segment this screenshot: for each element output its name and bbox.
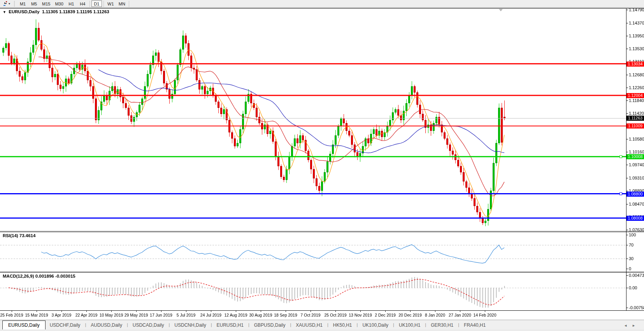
chart-tool-button[interactable]: ▾ <box>0 0 12 7</box>
tab-scroll-arrows[interactable]: ◄► <box>624 324 640 327</box>
tab-usdcad-daily[interactable]: USDCAD,Daily <box>128 321 168 329</box>
ohlc-high: 1.11839 <box>59 9 75 14</box>
ohlc-open: 1.11305 <box>42 9 58 14</box>
macd-title: MACD(12,26,9) 0.001896 -0.003015 <box>3 274 75 278</box>
chart-canvas[interactable] <box>0 8 644 319</box>
timeframe-button-d1[interactable]: D1 <box>91 0 102 7</box>
hline-price-tag: 1.11009 <box>626 123 644 129</box>
chart-title: ▼ EURUSD,Daily 1.11305 1.11839 1.11195 1… <box>3 9 109 14</box>
tab-uk100-daily[interactable]: UK100,Daily <box>358 321 393 329</box>
tab-scroll-right-icon: ► <box>632 324 640 327</box>
timeframe-button-mn[interactable]: MN <box>117 0 127 7</box>
current-price-tag: 1.11263 <box>626 116 644 121</box>
timeframe-button-m30[interactable]: M30 <box>53 0 65 7</box>
hline-price-tag: 1.12004 <box>626 93 644 98</box>
price-axis-tick: 1.10580 <box>629 137 644 141</box>
tab-fra40-h1[interactable]: FRA40,H1 <box>460 321 490 329</box>
rsi-axis-tick: 30 <box>629 256 644 261</box>
collapse-arrow-icon[interactable]: ▼ <box>3 10 6 14</box>
rsi-axis-tick: 100 <box>629 232 644 237</box>
timeframe-buttons: M1M5M15M30H1H4D1W1MN <box>17 0 130 7</box>
timeframe-button-h1[interactable]: H1 <box>66 0 77 7</box>
chart-arrows-icon <box>2 1 8 7</box>
tab-scroll-left-icon: ◄ <box>624 324 632 327</box>
price-axis-tick: 1.08470 <box>629 202 644 206</box>
price-axis-tick: 1.14370 <box>629 21 644 25</box>
chart-symbol-label: EURUSD,Daily <box>9 9 39 14</box>
price-axis-tick: 1.11420 <box>629 111 644 116</box>
macd-axis-tick: 0.004738 <box>629 273 644 278</box>
status-strip <box>0 329 644 331</box>
hline-price-tag: 1.13034 <box>626 62 644 67</box>
ohlc-low: 1.11195 <box>76 9 92 14</box>
macd-axis-tick: 0.00 <box>629 285 644 290</box>
tab-gbpusd-daily[interactable]: GBPUSD,Daily <box>250 321 290 329</box>
tab-uk100-h1[interactable]: UK100,H1 <box>395 321 425 329</box>
chart-window: ▼ EURUSD,Daily 1.11305 1.11839 1.11195 1… <box>0 8 644 319</box>
price-axis-tick: 1.10160 <box>629 150 644 154</box>
tab-usdcnh-daily[interactable]: USDCNH,Daily <box>170 321 210 329</box>
price-axis-tick: 1.09310 <box>629 176 644 180</box>
ohlc-close: 1.11263 <box>93 9 109 14</box>
rsi-axis-tick: 0 <box>629 266 644 271</box>
rsi-title: RSI(14) 73.4614 <box>3 233 35 238</box>
hline-price-tag: 1.10008 <box>626 154 644 159</box>
tab-eurusd-daily[interactable]: EURUSD,Daily <box>2 320 46 329</box>
price-axis-tick: 1.13530 <box>629 46 644 51</box>
chart-tab-bar: EURUSD,DailyUSDCHF,Daily|AUDUSD,Daily|US… <box>0 320 644 329</box>
price-axis-tick: 1.11840 <box>629 98 644 103</box>
timeframe-button-m1[interactable]: M1 <box>18 0 28 7</box>
date-axis-label: 14 Feb 2020 <box>470 313 500 317</box>
toolbar-grip[interactable] <box>14 1 16 7</box>
timeframe-button-h4[interactable]: H4 <box>77 0 88 7</box>
timeframe-button-w1[interactable]: W1 <box>105 0 116 7</box>
price-axis-tick: 1.12260 <box>629 85 644 90</box>
tab-xauusd-h1[interactable]: XAUUSD,H1 <box>291 321 327 329</box>
macd-axis-tick: -0.007584 <box>629 305 644 310</box>
hline-price-tag: 1.08800 <box>626 192 644 197</box>
price-axis-tick: 1.13950 <box>629 33 644 38</box>
price-axis-tick: 1.09740 <box>629 162 644 167</box>
chevron-down-icon[interactable]: ▾ <box>9 2 10 5</box>
tab-ger30-h1[interactable]: GER30,H1 <box>426 321 458 329</box>
tab-hk50-h1[interactable]: HK50,H1 <box>329 321 356 329</box>
rsi-axis-tick: 70 <box>629 243 644 247</box>
hline-price-tag: 1.08008 <box>626 216 644 221</box>
tab-audusd-daily[interactable]: AUDUSD,Daily <box>86 321 126 329</box>
tab-eurusd-h1[interactable]: EURUSD,H1 <box>212 321 248 329</box>
price-axis-tick: 1.14790 <box>629 7 644 12</box>
price-axis-tick: 1.12680 <box>629 72 644 77</box>
tab-usdchf-daily[interactable]: USDCHF,Daily <box>46 321 85 329</box>
toolbar: ▾ M1M5M15M30H1H4D1W1MN <box>0 0 644 8</box>
timeframe-button-m5[interactable]: M5 <box>29 0 39 7</box>
timeframe-button-m15[interactable]: M15 <box>40 0 52 7</box>
price-axis-tick: 1.07630 <box>629 227 644 232</box>
